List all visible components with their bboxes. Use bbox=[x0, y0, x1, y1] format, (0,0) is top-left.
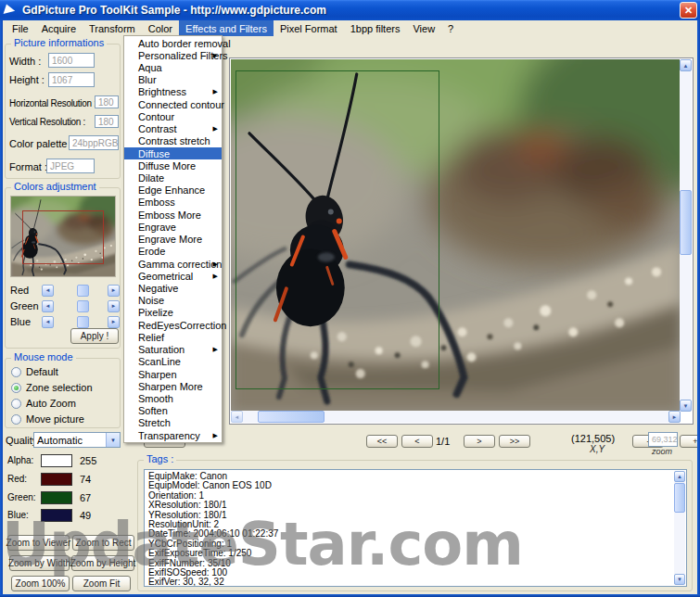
scroll-left-icon[interactable]: ◄ bbox=[42, 285, 54, 297]
menu-item-relief[interactable]: Relief bbox=[124, 331, 222, 343]
zoom-by-height-button[interactable]: Zoom by Height bbox=[71, 555, 134, 571]
last-page-button[interactable]: >> bbox=[499, 435, 530, 448]
red-swatch bbox=[41, 473, 72, 486]
menu-color[interactable]: Color bbox=[142, 20, 179, 36]
apply-button[interactable]: Apply ! bbox=[70, 328, 119, 344]
scroll-right-icon[interactable]: ► bbox=[108, 300, 120, 312]
radio-default[interactable]: Default bbox=[11, 365, 58, 378]
menu-item-sharpen-more[interactable]: Sharpen More bbox=[124, 380, 222, 392]
menu-item-noise[interactable]: Noise bbox=[124, 295, 222, 307]
menu-item-smooth[interactable]: Smooth bbox=[124, 392, 222, 404]
close-icon[interactable]: ✕ bbox=[680, 2, 697, 19]
red-value: 74 bbox=[80, 474, 91, 485]
green-scrollbar[interactable]: ◄ ► bbox=[42, 300, 120, 312]
menu-item-contrast[interactable]: Contrast▶ bbox=[124, 123, 222, 135]
menu-item-sharpen[interactable]: Sharpen bbox=[124, 368, 222, 380]
radio-zone-selection[interactable]: Zone selection bbox=[11, 381, 93, 394]
red-scrollbar[interactable]: ◄ ► bbox=[42, 285, 120, 297]
zoom-to-viewer-button[interactable]: Zoom to Viewer bbox=[7, 535, 70, 551]
menu-item-label: Connected contour bbox=[138, 99, 224, 110]
scroll-right-icon[interactable]: ► bbox=[108, 316, 120, 328]
prev-page-button[interactable]: < bbox=[401, 435, 433, 448]
menu-item-engrave[interactable]: Engrave bbox=[124, 221, 222, 233]
blue-scroll-thumb[interactable] bbox=[77, 316, 89, 328]
menu-transform[interactable]: Transform bbox=[83, 20, 142, 36]
menu-acquire[interactable]: Acquire bbox=[35, 20, 83, 36]
green-scroll-thumb[interactable] bbox=[77, 300, 89, 312]
quality-select[interactable]: Automatic ▼ bbox=[33, 432, 121, 448]
menu-item-blur[interactable]: Blur bbox=[124, 74, 222, 86]
zoom-100-button[interactable]: Zoom 100% bbox=[11, 576, 70, 591]
red-scroll-thumb[interactable] bbox=[77, 285, 89, 297]
menu-item-connected-contour[interactable]: Connected contour bbox=[124, 98, 222, 110]
scroll-up-icon[interactable]: ▲ bbox=[674, 471, 685, 482]
menu-item-contour[interactable]: Contour bbox=[124, 110, 222, 122]
green-label: Green: bbox=[7, 492, 41, 502]
tags-scroll-thumb[interactable] bbox=[674, 483, 685, 513]
menu-item-brightness[interactable]: Brightness▶ bbox=[124, 86, 222, 98]
zoom-value-field: 69,3125 bbox=[648, 432, 678, 447]
dropdown-arrow-icon[interactable]: ▼ bbox=[106, 433, 120, 447]
menu-item-aqua[interactable]: Aqua bbox=[124, 61, 222, 73]
scroll-left-icon[interactable]: ◄ bbox=[42, 316, 54, 328]
menu-item-soften[interactable]: Soften bbox=[124, 405, 222, 417]
blue-channel-row: Blue ◄ ► bbox=[10, 315, 120, 328]
menu-item-contrast-stretch[interactable]: Contrast stretch bbox=[124, 135, 222, 147]
menu-item-saturation[interactable]: Saturation▶ bbox=[124, 343, 222, 355]
menu-item-emboss-more[interactable]: Emboss More bbox=[124, 209, 222, 221]
vres-field: 180 bbox=[95, 115, 119, 128]
horizontal-scroll-thumb[interactable] bbox=[258, 411, 325, 423]
radio-auto-zoom[interactable]: Auto Zoom bbox=[11, 397, 76, 410]
menu-item-erode[interactable]: Erode bbox=[124, 246, 222, 258]
menu-item-edge-enhance[interactable]: Edge Enhance bbox=[124, 184, 222, 197]
zone-selection-rect[interactable] bbox=[235, 70, 439, 389]
blue-scrollbar[interactable]: ◄ ► bbox=[42, 316, 120, 328]
menu-item-geometrical[interactable]: Geometrical▶ bbox=[124, 270, 222, 282]
vertical-scroll-thumb[interactable] bbox=[680, 190, 692, 255]
menu-item-engrave-more[interactable]: Engrave More bbox=[124, 234, 222, 246]
menu-item-gamma-correction[interactable]: Gamma correction▶ bbox=[124, 258, 222, 270]
scroll-down-icon[interactable]: ▼ bbox=[680, 400, 692, 412]
menu-item-stretch[interactable]: Stretch bbox=[124, 417, 222, 429]
menu-item-label: Gamma correction bbox=[138, 259, 222, 270]
menu-pixel-format[interactable]: Pixel Format bbox=[274, 20, 344, 36]
menu-help[interactable]: ? bbox=[441, 20, 460, 36]
menu-item-auto-border-removal[interactable]: Auto border removal bbox=[124, 37, 222, 49]
scroll-right-icon[interactable]: ► bbox=[668, 411, 681, 423]
first-page-button[interactable]: << bbox=[366, 435, 398, 448]
menu-item-personalized-filters[interactable]: Personalized Filters▶ bbox=[124, 49, 222, 61]
scroll-left-icon[interactable]: ◄ bbox=[231, 411, 243, 423]
tags-scrollbar[interactable]: ▲ ▼ bbox=[674, 471, 685, 585]
menu-item-redeyescorrection[interactable]: RedEyesCorrection bbox=[124, 319, 222, 331]
menu-item-diffuse-more[interactable]: Diffuse More bbox=[124, 159, 222, 171]
scroll-left-icon[interactable]: ◄ bbox=[42, 300, 54, 312]
menu-item-pixelize[interactable]: Pixelize bbox=[124, 307, 222, 319]
title-bar[interactable]: GdPicture Pro ToolKit Sample - http://ww… bbox=[0, 0, 700, 20]
menu-item-diffuse[interactable]: Diffuse bbox=[124, 147, 222, 159]
next-page-button[interactable]: > bbox=[464, 435, 495, 448]
menu-file[interactable]: File bbox=[6, 20, 35, 36]
thumbnail-selection-rect bbox=[22, 210, 104, 264]
zoom-by-width-button[interactable]: Zoom by Width bbox=[9, 555, 70, 571]
menu-1bpp-filters[interactable]: 1bpp filters bbox=[344, 20, 407, 36]
menu-view[interactable]: View bbox=[406, 20, 441, 36]
alpha-swatch bbox=[41, 454, 72, 467]
viewer-horizontal-scrollbar[interactable]: ◄ ► bbox=[231, 411, 681, 423]
menu-item-scanline[interactable]: ScanLine bbox=[124, 356, 222, 368]
photo-canvas[interactable] bbox=[231, 59, 681, 412]
tags-textbox[interactable]: EquipMake: Canon EquipModel: Canon EOS 1… bbox=[144, 469, 687, 587]
scroll-up-icon[interactable]: ▲ bbox=[680, 59, 692, 71]
scroll-down-icon[interactable]: ▼ bbox=[674, 574, 685, 585]
menu-item-emboss[interactable]: Emboss bbox=[124, 197, 222, 209]
zoom-fit-button[interactable]: Zoom Fit bbox=[72, 576, 131, 591]
radio-move-picture[interactable]: Move picture bbox=[11, 413, 84, 426]
viewer-vertical-scrollbar[interactable]: ▲ ▼ bbox=[680, 59, 692, 412]
alpha-row: Alpha: 255 bbox=[7, 453, 96, 467]
menu-item-transparency[interactable]: Transparency▶ bbox=[124, 429, 222, 441]
menu-item-negative[interactable]: Negative bbox=[124, 282, 222, 294]
menu-effects-and-filters[interactable]: Effects and Filters bbox=[179, 20, 274, 36]
menu-item-label: Geometrical bbox=[138, 271, 193, 282]
menu-item-dilate[interactable]: Dilate bbox=[124, 171, 222, 184]
zoom-to-rect-button[interactable]: Zoom to Rect bbox=[72, 535, 134, 551]
scroll-right-icon[interactable]: ► bbox=[108, 285, 120, 297]
